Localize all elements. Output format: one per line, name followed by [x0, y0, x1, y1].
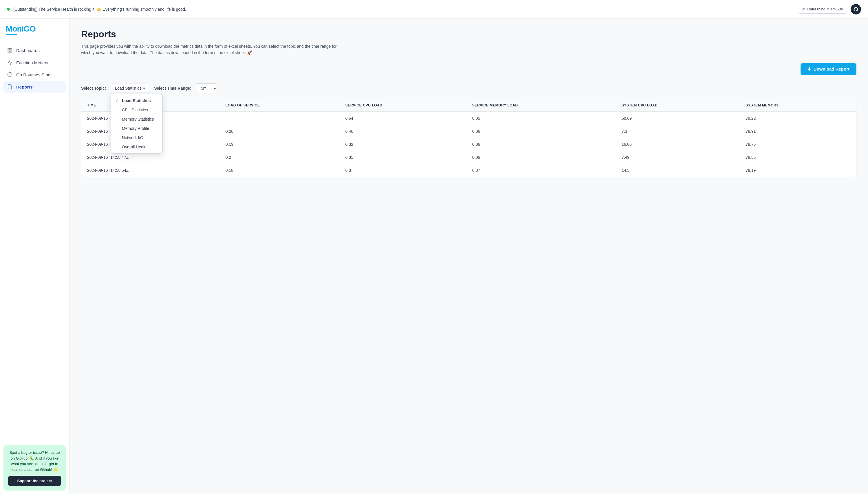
cell-sys_cpu: 16.06 [616, 138, 740, 151]
cell-sys_mem: 78.76 [740, 138, 856, 151]
reports-icon [7, 84, 13, 90]
cell-cpu: 0.35 [340, 151, 466, 164]
cell-sys_cpu: 7.49 [616, 151, 740, 164]
cell-cpu: 0.3 [340, 164, 466, 177]
chevron-down-icon: ▾ [143, 86, 145, 91]
dropdown-item-network-io[interactable]: Network I/O [111, 133, 162, 142]
topbar-left: [Outstanding] The Service Health is rock… [7, 7, 798, 12]
sidebar-item-dashboards[interactable]: Dashboards [3, 44, 66, 56]
cell-load [220, 112, 340, 125]
dropdown-item-memory-statistics[interactable]: Memory Statistics [111, 115, 162, 124]
dropdown-item-label: Load Statistics [122, 98, 151, 103]
cell-load: 0.2 [220, 151, 340, 164]
dropdown-item-label: Memory Profile [122, 126, 149, 131]
layout: MoniGO Dashboards Function Metircs [0, 19, 868, 494]
cell-sys_cpu: 7.3 [616, 125, 740, 138]
github-icon [853, 7, 858, 12]
logo-text-main: Moni [6, 24, 23, 33]
support-button[interactable]: Support the project [8, 476, 61, 486]
cell-sys_mem: 79.22 [740, 112, 856, 125]
cell-mem: 0.05 [466, 112, 616, 125]
dropdown-item-cpu-statistics[interactable]: CPU Statistics [111, 105, 162, 115]
table-row: 2024-09-16T14:58:54Z0.180.30.0714.578.19 [82, 164, 856, 177]
topbar: [Outstanding] The Service Health is rock… [0, 0, 868, 19]
dropdown-item-overall-health[interactable]: Overall Health [111, 142, 162, 152]
cell-sys_cpu: 14.5 [616, 164, 740, 177]
dropdown-item-load-statistics[interactable]: ✓ Load Statistics [111, 96, 162, 105]
go-routines-icon [7, 72, 13, 77]
check-icon: ✓ [115, 99, 120, 103]
cell-sys_mem: 78.19 [740, 164, 856, 177]
filters-row: Select Topic: Load Statistics ▾ ✓ Load S… [81, 83, 856, 93]
cell-mem: 0.06 [466, 125, 616, 138]
table-row: 2024-09-16T14:58:40Z0.190.320.0616.0678.… [82, 138, 856, 151]
cell-load: 0.19 [220, 138, 340, 151]
sidebar-item-function-metrics-label: Function Metircs [16, 60, 48, 65]
logo: MoniGO [6, 24, 64, 34]
sidebar-item-dashboards-label: Dashboards [16, 48, 40, 53]
logo-text-accent: GO [23, 24, 36, 33]
topic-select-wrapper: Load Statistics ▾ ✓ Load Statistics CPU … [111, 83, 149, 93]
col-load: LOAD OF SERVICE [220, 99, 340, 112]
main-content: Reports This page provides you with the … [70, 19, 868, 494]
logo-area: MoniGO [0, 19, 69, 40]
page-description: This page provides you with the ability … [81, 43, 342, 56]
table-header-row: TIME LOAD OF SERVICE SERVICE CPU LOAD SE… [82, 99, 856, 112]
col-sys-cpu: SYSTEM CPU LOAD [616, 99, 740, 112]
time-range-select[interactable]: 5m 15m 30m 1h 3h 6h 12h 24h [196, 83, 217, 93]
reports-table: TIME LOAD OF SERVICE SERVICE CPU LOAD SE… [82, 99, 856, 177]
dropdown-item-memory-profile[interactable]: Memory Profile [111, 124, 162, 133]
support-card: Spot a bug or issue? Hit us up on GitHub… [3, 445, 66, 491]
cell-time: 2024-09-16T14:58:54Z [82, 164, 220, 177]
cell-load: 0.18 [220, 164, 340, 177]
refresh-button[interactable]: ↻ Refreshing in 4m 50s [798, 5, 847, 14]
page-title: Reports [81, 29, 856, 40]
cell-sys_mem: 78.91 [740, 125, 856, 138]
dropdown-item-label: Memory Statistics [122, 117, 154, 121]
cell-sys_cpu: 50.69 [616, 112, 740, 125]
logo-underline [6, 34, 17, 35]
refresh-icon: ↻ [802, 7, 806, 12]
status-text: [Outstanding] The Service Health is rock… [13, 7, 186, 12]
table-row: 2024-09-16T14:58:47Z0.20.350.067.4978.55 [82, 151, 856, 164]
sidebar-item-function-metrics[interactable]: Function Metircs [3, 57, 66, 68]
topbar-right: ↻ Refreshing in 4m 50s [798, 4, 861, 15]
download-report-button[interactable]: ⬇ Download Report [800, 63, 856, 75]
col-mem: SERVICE MEMORY LOAD [466, 99, 616, 112]
topic-label: Select Topic: [81, 86, 106, 91]
table-row: 2024-09-16T14:58:26Z0.640.0550.6979.22 [82, 112, 856, 125]
svg-rect-2 [8, 51, 9, 52]
selected-topic-text: Load Statistics [115, 86, 141, 91]
dropdown-item-label: CPU Statistics [122, 108, 148, 112]
cell-mem: 0.06 [466, 138, 616, 151]
github-button[interactable] [851, 4, 861, 15]
cell-load: 0.26 [220, 125, 340, 138]
download-report-label: Download Report [814, 66, 849, 72]
dropdown-item-label: Network I/O [122, 135, 143, 140]
refresh-label: Refreshing in 4m 50s [807, 7, 843, 11]
dropdown-item-label: Overall Health [122, 145, 148, 149]
status-dot [7, 8, 10, 11]
topic-dropdown: ✓ Load Statistics CPU Statistics Memory … [111, 94, 163, 154]
svg-rect-3 [11, 51, 12, 52]
nav-list: Dashboards Function Metircs Go Routines … [0, 40, 69, 442]
cell-cpu: 0.64 [340, 112, 466, 125]
dashboard-icon [7, 48, 13, 53]
sidebar-item-go-routines[interactable]: Go Routines Stats [3, 69, 66, 80]
support-card-message: Spot a bug or issue? Hit us up on GitHub… [8, 450, 61, 472]
svg-rect-1 [11, 48, 12, 50]
download-icon: ⬇ [808, 66, 811, 72]
sidebar-item-reports[interactable]: Reports [3, 81, 66, 93]
col-cpu: SERVICE CPU LOAD [340, 99, 466, 112]
cell-cpu: 0.32 [340, 138, 466, 151]
function-metrics-icon [7, 60, 13, 65]
cell-sys_mem: 78.55 [740, 151, 856, 164]
cell-cpu: 0.46 [340, 125, 466, 138]
cell-mem: 0.07 [466, 164, 616, 177]
time-label: Select Time Range: [154, 86, 192, 91]
topic-select-button[interactable]: Load Statistics ▾ [111, 83, 149, 93]
svg-rect-0 [8, 48, 9, 50]
sidebar-item-go-routines-label: Go Routines Stats [16, 72, 52, 77]
cell-mem: 0.06 [466, 151, 616, 164]
actions-row: ⬇ Download Report [81, 63, 856, 75]
